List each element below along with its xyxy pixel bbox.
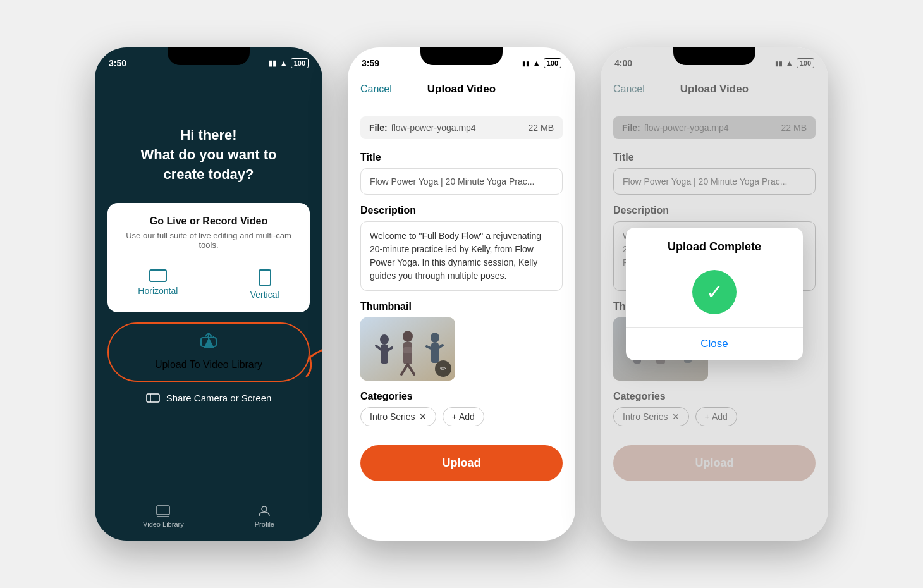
profile-icon bbox=[257, 504, 271, 518]
vertical-option[interactable]: Vertical bbox=[250, 269, 279, 300]
modal-title-3: Upload Complete bbox=[626, 228, 803, 260]
notch-2 bbox=[420, 47, 503, 65]
file-bar-2: File: flow-power-yoga.mp4 22 MB bbox=[360, 116, 563, 139]
title-label-2: Title bbox=[360, 152, 563, 163]
success-checkmark-icon: ✓ bbox=[692, 270, 737, 314]
modal-icon-area-3: ✓ bbox=[626, 260, 803, 327]
desc-label-2: Description bbox=[360, 205, 563, 216]
notch-3 bbox=[673, 47, 755, 65]
status-icons-1: ▮▮ ▲ 100 bbox=[268, 58, 309, 68]
share-camera-row[interactable]: Share Camera or Screen bbox=[146, 392, 272, 403]
thumb-label-2: Thumbnail bbox=[360, 301, 563, 312]
share-label: Share Camera or Screen bbox=[166, 393, 272, 403]
cancel-btn-2[interactable]: Cancel bbox=[360, 83, 392, 95]
form-title-2: Upload Video bbox=[427, 83, 496, 95]
add-category-btn-2[interactable]: + Add bbox=[443, 407, 484, 426]
wifi-icon-2: ▲ bbox=[533, 59, 541, 68]
horizontal-icon bbox=[149, 269, 167, 282]
bottom-nav-1: Video Library Profile bbox=[95, 496, 322, 541]
chip-remove-icon-2[interactable]: ✕ bbox=[419, 412, 427, 422]
category-chip-intro-series-2[interactable]: Intro Series ✕ bbox=[360, 407, 436, 426]
signal-icon-2: ▮▮ bbox=[522, 60, 530, 67]
upload-complete-modal: Upload Complete ✓ Close bbox=[626, 228, 803, 360]
svg-point-12 bbox=[403, 331, 413, 342]
notch-1 bbox=[168, 47, 250, 65]
upload-video-library-btn[interactable]: ▲⃛ Upload To Video Library bbox=[107, 322, 310, 382]
title-input-2[interactable]: Flow Power Yoga | 20 Minute Yoga Prac... bbox=[360, 168, 563, 195]
file-size-2: 22 MB bbox=[529, 123, 554, 133]
upload-btn-wrapper: ▲⃛ Upload To Video Library bbox=[107, 322, 310, 392]
upload-submit-btn-2[interactable]: Upload bbox=[360, 445, 563, 481]
go-live-card[interactable]: Go Live or Record Video Use our full sui… bbox=[107, 203, 310, 312]
battery-label-2: 100 bbox=[544, 58, 561, 68]
modal-close-btn-3[interactable]: Close bbox=[626, 328, 803, 360]
desc-input-2[interactable]: Welcome to "Full Body Flow" a rejuvenati… bbox=[360, 221, 563, 291]
categories-label-2: Categories bbox=[360, 391, 563, 402]
svg-point-17 bbox=[431, 333, 439, 343]
svg-point-6 bbox=[262, 506, 267, 511]
svg-rect-14 bbox=[403, 347, 412, 353]
time-2: 3:59 bbox=[362, 58, 379, 68]
phone-screen-2: 3:59 ▮▮ ▲ 100 Cancel Upload Video File: … bbox=[348, 47, 575, 541]
screen1-content: Hi there! What do you want to create tod… bbox=[95, 75, 322, 541]
status-icons-2: ▮▮ ▲ 100 bbox=[522, 58, 561, 68]
go-live-title: Go Live or Record Video bbox=[120, 216, 297, 227]
arrow-annotation bbox=[303, 332, 322, 383]
phone-screen-1: 3:50 ▮▮ ▲ 100 Hi there! What do you want… bbox=[95, 47, 322, 541]
categories-row-2: Intro Series ✕ + Add bbox=[360, 407, 563, 426]
nav-video-library[interactable]: Video Library bbox=[143, 504, 184, 528]
svg-rect-2 bbox=[147, 394, 159, 402]
phone-screen-3: 4:00 ▮▮ ▲ 100 Cancel Upload Video File: … bbox=[601, 47, 828, 541]
svg-rect-9 bbox=[381, 345, 388, 364]
vertical-icon bbox=[259, 269, 271, 286]
file-name-2: flow-power-yoga.mp4 bbox=[391, 123, 529, 133]
greeting: Hi there! What do you want to create tod… bbox=[140, 126, 276, 184]
thumbnail-edit-btn-2[interactable]: ✏ bbox=[435, 360, 451, 377]
wifi-icon-1: ▲ bbox=[280, 59, 288, 68]
share-icon bbox=[146, 392, 160, 403]
file-label-2: File: bbox=[369, 123, 388, 133]
svg-point-8 bbox=[380, 334, 389, 345]
upload-form: Cancel Upload Video File: flow-power-yog… bbox=[348, 75, 575, 541]
upload-btn-label: Upload To Video Library bbox=[155, 354, 262, 371]
battery-label-1: 100 bbox=[291, 58, 309, 68]
go-live-subtitle: Use our full suite of live editing and m… bbox=[120, 231, 297, 250]
signal-icon-1: ▮▮ bbox=[268, 59, 277, 68]
video-library-icon bbox=[156, 504, 170, 518]
svg-rect-4 bbox=[157, 506, 169, 515]
nav-profile[interactable]: Profile bbox=[255, 504, 274, 528]
thumbnail-2[interactable]: ✏ bbox=[360, 317, 455, 381]
form-header-2: Cancel Upload Video bbox=[360, 75, 563, 106]
time-1: 3:50 bbox=[109, 58, 126, 68]
svg-rect-18 bbox=[431, 343, 439, 363]
options-divider bbox=[214, 269, 214, 300]
horizontal-option[interactable]: Horizontal bbox=[138, 269, 178, 300]
upload-icon-svg bbox=[199, 333, 218, 348]
orientation-options: Horizontal Vertical bbox=[120, 260, 297, 300]
